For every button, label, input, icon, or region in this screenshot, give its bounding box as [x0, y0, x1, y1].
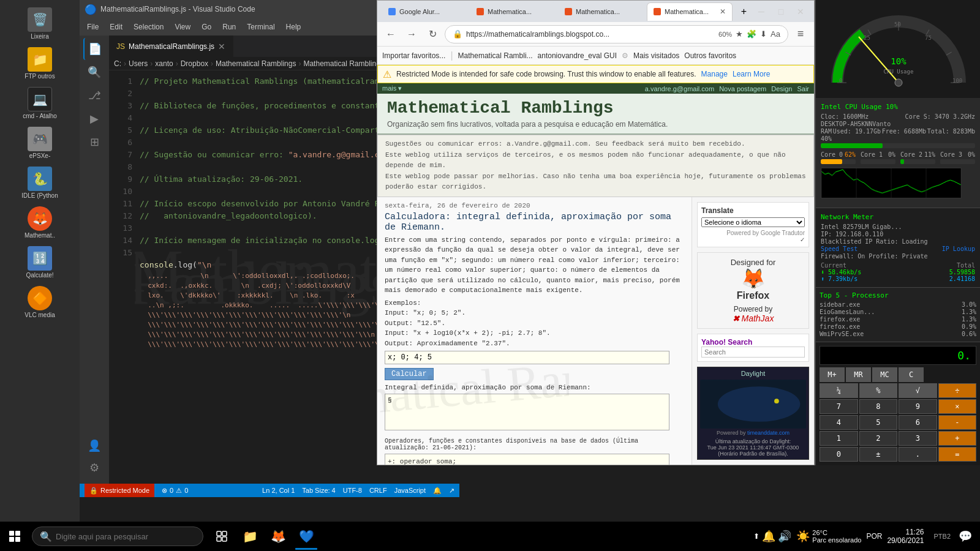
calc-m-plus[interactable]: M+	[820, 367, 845, 382]
status-encoding[interactable]: UTF-8	[343, 487, 362, 495]
status-line-ending[interactable]: CRLF	[369, 487, 387, 495]
calc-4[interactable]: 4	[820, 415, 858, 430]
blog-nav-sair[interactable]: Sair	[797, 85, 809, 92]
desktop-icon-ftp[interactable]: 📁 FTP outros	[12, 45, 67, 82]
menu-help[interactable]: Help	[281, 21, 306, 32]
activity-source-control[interactable]: ⎇	[83, 84, 105, 107]
desktop-icon-qalculate[interactable]: 🔢 Qalculate!	[12, 244, 67, 281]
taskbar-search-input[interactable]	[56, 532, 178, 541]
calc-decimal[interactable]: .	[899, 447, 937, 462]
taskbar-task-view[interactable]	[208, 522, 235, 551]
activity-extensions[interactable]: ⊞	[83, 131, 105, 153]
desktop-icon-epsxe[interactable]: 🎮 ePSXe-	[12, 124, 67, 162]
browser-tab-2[interactable]: Mathematica...	[470, 2, 556, 21]
download-icon[interactable]: ⬇	[760, 29, 767, 39]
menu-file[interactable]: File	[82, 21, 104, 32]
calc-2[interactable]: 2	[859, 431, 898, 446]
tab-close-btn[interactable]: ✕	[218, 42, 225, 51]
bookmark-eval-gui[interactable]: antoniovandre_eval GUI	[538, 51, 617, 60]
calc-multiply[interactable]: ×	[938, 399, 977, 414]
tray-icons[interactable]: ⬆ 🔔 🔊	[753, 530, 791, 543]
activity-explorer[interactable]: 📄	[83, 38, 105, 60]
browser-tab-1[interactable]: Google Alur...	[382, 2, 468, 21]
bookmark-import[interactable]: Importar favoritos...	[382, 51, 445, 60]
menu-run[interactable]: Run	[217, 21, 241, 32]
refresh-btn[interactable]: ↻	[424, 26, 441, 43]
taskbar-firefox[interactable]: 🦊	[265, 522, 292, 551]
menu-selection[interactable]: Selection	[129, 21, 168, 32]
tray-clock[interactable]: 11:26 29/06/2021	[887, 528, 924, 545]
menu-edit[interactable]: Edit	[105, 21, 127, 32]
breadcrumb-xanto[interactable]: xanto	[155, 59, 173, 68]
activity-search[interactable]: 🔍	[83, 61, 105, 83]
bookmark-visited[interactable]: Mais visitados	[633, 51, 679, 60]
new-tab-btn[interactable]: +	[737, 3, 750, 20]
forward-btn[interactable]: →	[403, 26, 420, 43]
yahoo-search-input[interactable]	[701, 347, 805, 358]
browser-tab-4-active[interactable]: Mathematica... ✕	[647, 2, 733, 21]
back-btn[interactable]: ←	[382, 26, 399, 43]
browser-maximize-btn[interactable]: □	[772, 5, 790, 18]
breadcrumb-dropbox[interactable]: Dropbox	[181, 59, 208, 68]
tab4-close[interactable]: ✕	[720, 7, 726, 16]
calculate-btn[interactable]: Calcular	[385, 368, 434, 380]
desktop-icon-idle[interactable]: 🐍 IDLE (Python	[12, 164, 67, 201]
calc-c[interactable]: C	[899, 367, 924, 382]
settings-icon[interactable]: ⚙	[622, 51, 628, 60]
calc-8[interactable]: 8	[859, 399, 898, 414]
calc-plusminus[interactable]: ±	[859, 447, 898, 462]
desktop-icon-vlc[interactable]: 🔶 VLC media	[12, 283, 67, 321]
desktop-icon-firefox[interactable]: 🦊 Mathemat..	[12, 204, 67, 241]
reader-icon[interactable]: Aa	[771, 29, 780, 39]
bookmark-mathram[interactable]: Mathematical Rambli...	[458, 51, 533, 60]
result-textarea[interactable]: §	[385, 394, 669, 430]
status-feedback-icon[interactable]: 🔔	[433, 487, 442, 495]
browser-minimize-btn[interactable]: ─	[753, 5, 770, 18]
desktop-icon-lixeira[interactable]: 🗑️ Lixeira	[12, 5, 67, 42]
warning-learn-link[interactable]: Learn More	[733, 70, 770, 78]
calc-6[interactable]: 6	[899, 415, 937, 430]
menu-view[interactable]: View	[170, 21, 195, 32]
activity-account[interactable]: 👤	[83, 435, 105, 457]
browser-menu-btn[interactable]: ≡	[792, 26, 809, 43]
calc-1[interactable]: 1	[820, 431, 858, 446]
language-select[interactable]: Selecione o idioma	[701, 217, 805, 227]
breadcrumb-c[interactable]: C:	[114, 59, 121, 68]
status-ln-col[interactable]: Ln 2, Col 1	[262, 487, 295, 495]
start-button[interactable]	[0, 522, 29, 551]
calc-mc[interactable]: MC	[872, 367, 897, 382]
calc-percent[interactable]: %	[859, 383, 898, 398]
status-errors[interactable]: ⊗ 0 ⚠ 0	[162, 487, 188, 495]
calc-input[interactable]	[385, 351, 669, 364]
status-share-icon[interactable]: ↗	[449, 487, 454, 495]
status-tab-size[interactable]: Tab Size: 4	[302, 487, 335, 495]
calc-fraction[interactable]: ¼	[820, 383, 858, 398]
calc-9[interactable]: 9	[899, 399, 937, 414]
calc-mr[interactable]: MR	[846, 367, 871, 382]
calc-divide[interactable]: ÷	[938, 383, 977, 398]
status-language[interactable]: JavaScript	[394, 487, 426, 495]
calc-equals[interactable]: =	[938, 447, 977, 462]
notifications-btn[interactable]: 💬	[956, 522, 975, 551]
menu-terminal[interactable]: Terminal	[242, 21, 279, 32]
taskbar-search-bar[interactable]: 🔍	[32, 527, 203, 546]
taskbar-vscode[interactable]: 💙	[293, 522, 320, 551]
calc-3[interactable]: 3	[899, 431, 937, 446]
blog-nav-nova[interactable]: Nova postagem	[719, 85, 766, 92]
calc-minus[interactable]: -	[938, 415, 977, 430]
browser-close-btn[interactable]: ✕	[792, 5, 809, 18]
menu-go[interactable]: Go	[197, 21, 216, 32]
extensions-icon[interactable]: 🧩	[747, 29, 756, 39]
calc-sqrt[interactable]: √	[899, 383, 937, 398]
url-bar[interactable]: 🔒 https://mathematicalramblings.blogspot…	[445, 25, 788, 43]
restricted-mode-indicator[interactable]: 🔒 Restricted Mode	[85, 484, 154, 497]
desktop-icon-cmd[interactable]: 💻 cmd - Atalho	[12, 84, 67, 122]
bookmark-other[interactable]: Outros favoritos	[684, 51, 736, 60]
blog-nav-design[interactable]: Design	[771, 85, 792, 92]
editor-tab-active[interactable]: JS MathematicalRamblings.js ✕	[109, 36, 233, 57]
calc-plus[interactable]: +	[938, 431, 977, 446]
blog-nav-mais[interactable]: mais ▾	[382, 84, 402, 92]
activity-settings[interactable]: ⚙	[83, 457, 105, 479]
browser-tab-3[interactable]: Mathematica...	[559, 2, 644, 21]
breadcrumb-users[interactable]: Users	[129, 59, 148, 68]
